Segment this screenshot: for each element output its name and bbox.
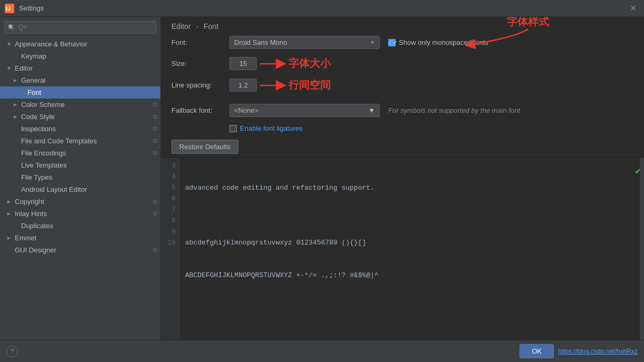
- arrow-icon: ▼: [6, 65, 13, 71]
- copy-icon: ⧉: [153, 125, 157, 132]
- settings-form: Font: Droid Sans Mono ▼ ✓ Show only mono…: [161, 31, 644, 157]
- copy-icon: ⧉: [153, 101, 157, 108]
- sidebar-item-label: Code Style: [21, 113, 55, 121]
- ligatures-checkbox[interactable]: [229, 125, 237, 132]
- right-panel: Editor › Font 字体样式: [161, 17, 644, 340]
- sidebar-item-appearance[interactable]: ▼ Appearance & Behavior: [0, 38, 160, 50]
- fallback-value: <None>: [234, 106, 258, 114]
- line-spacing-input[interactable]: [229, 79, 257, 92]
- code-line-3: advanced code editing and refactoring su…: [185, 183, 635, 194]
- ligatures-checkbox-row[interactable]: Enable font ligatures: [229, 124, 303, 132]
- app-logo: IJ: [4, 3, 15, 14]
- sidebar-item-general[interactable]: ► General: [0, 74, 160, 86]
- monospaced-checkbox-row[interactable]: ✓ Show only monospaced fonts: [388, 38, 488, 46]
- arrow-icon: ►: [13, 114, 19, 120]
- ligatures-row: Enable font ligatures: [171, 124, 633, 132]
- code-line-5: abcdefghijklmnopqrstuvwxyz 0123456789 ()…: [185, 238, 635, 249]
- help-button[interactable]: ?: [6, 346, 18, 357]
- copy-icon: ⧉: [153, 247, 157, 253]
- sidebar-item-label: Inlay Hints: [15, 210, 47, 218]
- sidebar-item-gui-designer[interactable]: GUI Designer ⧉: [0, 244, 160, 256]
- sidebar-item-label: GUI Designer: [15, 246, 56, 254]
- sidebar-item-font[interactable]: Font: [0, 86, 160, 99]
- code-line-6: ABCDEFGHIJKLMNOPQRSTUVWXYZ +-*/= .,;:!? …: [185, 270, 635, 281]
- sidebar-item-label: File Types: [21, 173, 52, 181]
- check-mark-icon: ✔: [635, 165, 641, 177]
- size-label: Size:: [171, 60, 229, 67]
- restore-defaults-button[interactable]: Restore Defaults: [171, 140, 238, 154]
- sidebar-item-live-templates[interactable]: Live Templates: [0, 159, 160, 171]
- copy-icon: ⧉: [153, 198, 157, 205]
- breadcrumb-parent: Editor: [171, 22, 191, 31]
- arrow-icon: ►: [6, 199, 13, 204]
- line-num: 3: [161, 161, 180, 172]
- main-content: 🔍 ▼ Appearance & Behavior Keymap ▼ Edito…: [0, 17, 644, 340]
- monospaced-label: Show only monospaced fonts: [399, 38, 488, 46]
- fallback-hint: For symbols not supported by the main fo…: [388, 106, 520, 114]
- sidebar-item-inspections[interactable]: Inspections ⧉: [0, 123, 160, 135]
- size-input[interactable]: [229, 57, 257, 70]
- ligatures-label: Enable font ligatures: [240, 124, 303, 132]
- monospaced-checkbox[interactable]: ✓: [388, 39, 396, 46]
- line-numbers: 3 4 5 6 7 8 9 10: [161, 158, 180, 340]
- search-icon: 🔍: [8, 24, 15, 31]
- breadcrumb: Editor › Font: [171, 22, 218, 31]
- sidebar-item-keymap[interactable]: Keymap: [0, 50, 160, 62]
- font-label: Font:: [171, 38, 229, 46]
- line-spacing-label: Line spacing:: [171, 81, 229, 89]
- breadcrumb-current: Font: [204, 22, 218, 31]
- sidebar-item-label: Android Layout Editor: [21, 185, 87, 193]
- sidebar-item-label: Keymap: [21, 52, 46, 60]
- annotation-spacing: 行间空间: [289, 78, 331, 92]
- sidebar-item-label: Live Templates: [21, 161, 66, 169]
- sidebar-item-editor[interactable]: ▼ Editor: [0, 62, 160, 74]
- ok-button[interactable]: OK: [520, 344, 554, 358]
- font-value: Droid Sans Mono: [234, 38, 287, 46]
- fallback-dropdown-arrow-icon: ▼: [368, 106, 375, 114]
- copy-icon: ⧉: [153, 138, 157, 144]
- annotation-size: 字体大小: [289, 56, 331, 71]
- url-link[interactable]: https://blog.csdn.net/hxhRxz: [558, 348, 638, 355]
- arrow-icon: ►: [13, 77, 19, 83]
- svg-text:IJ: IJ: [6, 5, 11, 12]
- sidebar-item-file-encodings[interactable]: File Encodings ⧉: [0, 147, 160, 159]
- sidebar-item-android-layout[interactable]: Android Layout Editor: [0, 183, 160, 195]
- sidebar-item-code-style[interactable]: ► Code Style ⧉: [0, 111, 160, 123]
- line-num: 9: [161, 227, 180, 238]
- fallback-font-row: Fallback font: <None> ▼ For symbols not …: [171, 104, 633, 117]
- search-box: 🔍: [4, 21, 156, 34]
- scrollbar[interactable]: [640, 158, 644, 340]
- sidebar-item-emmet[interactable]: ► Emmet: [0, 232, 160, 244]
- sidebar-item-label: File and Code Templates: [21, 137, 97, 145]
- close-button[interactable]: ✕: [627, 2, 640, 14]
- copy-icon: ⧉: [153, 113, 157, 120]
- sidebar-item-label: Editor: [15, 64, 33, 72]
- code-line-7: [185, 303, 635, 314]
- bottom-right: OK https://blog.csdn.net/hxhRxz: [520, 344, 638, 358]
- line-num: 6: [161, 193, 180, 204]
- sidebar-item-inlay-hints[interactable]: ► Inlay Hints ⧉: [0, 208, 160, 220]
- sidebar-item-label: Color Scheme: [21, 101, 64, 109]
- line-num: 5: [161, 183, 180, 194]
- sidebar-item-label: Copyright: [15, 198, 44, 206]
- dropdown-arrow-icon: ▼: [370, 40, 375, 45]
- sidebar-item-label: General: [21, 76, 45, 84]
- line-spacing-row: Line spacing: 行间空间: [171, 78, 633, 92]
- sidebar-item-file-types[interactable]: File Types: [0, 171, 160, 183]
- annotation-font-style: 字体样式: [507, 17, 549, 29]
- line-num: 4: [161, 172, 180, 183]
- line-num: 10: [161, 238, 180, 249]
- fallback-font-dropdown[interactable]: <None> ▼: [229, 104, 380, 117]
- sidebar-item-copyright[interactable]: ► Copyright ⧉: [0, 195, 160, 208]
- search-input[interactable]: [4, 21, 156, 34]
- arrow-icon: ▼: [6, 41, 13, 47]
- font-dropdown[interactable]: Droid Sans Mono ▼: [229, 36, 380, 49]
- sidebar-item-duplicates[interactable]: Duplicates: [0, 220, 160, 232]
- sidebar-item-file-code-templates[interactable]: File and Code Templates ⧉: [0, 135, 160, 147]
- copy-icon: ⧉: [153, 210, 157, 217]
- sidebar-item-color-scheme[interactable]: ► Color Scheme ⧉: [0, 99, 160, 111]
- line-num: 8: [161, 216, 180, 227]
- sidebar-item-label: Appearance & Behavior: [15, 40, 87, 48]
- sidebar: 🔍 ▼ Appearance & Behavior Keymap ▼ Edito…: [0, 17, 161, 340]
- titlebar: IJ Settings ✕: [0, 0, 644, 17]
